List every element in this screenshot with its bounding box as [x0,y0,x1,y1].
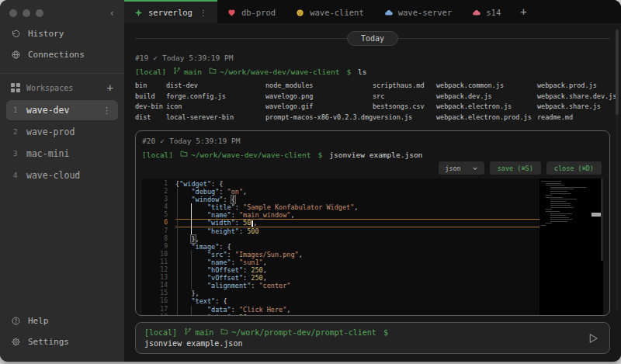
editor-scrollbar[interactable] [601,179,603,261]
code-line: "alignment": "center" [175,282,539,289]
file-name: wavelogo.png [265,92,373,102]
token: "main_window" [239,211,291,219]
command-input-box[interactable]: [local]main~/work/prompt-dev/prompt-clie… [135,322,610,354]
close-window-button[interactable] [9,9,17,17]
git-branch-icon [173,67,181,76]
token [175,188,191,196]
sidebar-item-history[interactable]: History [0,23,124,44]
history-scrollbar-handle[interactable] [616,29,619,115]
mode-select[interactable]: json [439,161,484,175]
file-name: webpack.share.dev.js [537,92,616,102]
tab-serverlog[interactable]: serverlog⋮ [124,0,217,23]
check-icon: ✓ [153,54,158,62]
tab-s14[interactable]: s14 [462,0,511,23]
command-input[interactable]: jsonview example.json [144,339,601,348]
tab-wave-server[interactable]: wave-server [374,0,463,23]
prompt-line: [local]main~/work/wave-dev/wave-client$l… [135,67,610,76]
token: "name" [207,211,231,219]
cwd-path: ~/work/wave-dev/wave-client [191,151,310,159]
line-number: 7 [142,227,168,235]
command-block-20[interactable]: #20 ✓ Today 5:39:19 PM [local]~/work/wav… [135,130,610,316]
token [175,196,191,203]
token: , [354,203,358,211]
token: : [219,188,227,196]
workspace-item-mac-mini[interactable]: 3mac-mini [6,144,118,164]
prompt-dollar: $ [317,151,322,159]
token: : { [219,243,231,251]
workspaces-label: Workspaces [26,84,73,92]
save-button[interactable]: save (⌘S) [490,161,541,175]
heart-icon [227,9,236,17]
file-name: bin [135,81,166,92]
new-tab-button[interactable]: + [511,0,536,23]
collapse-sidebar-icon[interactable]: ‹ [109,9,115,17]
workspace-item-wave-cloud[interactable]: 4wave-cloud [6,165,118,185]
workspace-number: 2 [13,128,19,136]
window-controls[interactable] [9,9,43,17]
minimize-window-button[interactable] [23,9,30,17]
prompt-cwd: ~/work/wave-dev/wave-client [209,67,339,76]
code-line: "debug": "on", [175,188,539,196]
sidebar-nav: History Connections [0,23,124,65]
token [175,289,191,297]
line-number: 16 [142,297,168,305]
line-number: 4 [142,203,168,211]
token: "widget" [179,180,211,188]
tab-label: db-prod [241,8,276,17]
history-scrollbar[interactable] [616,29,619,310]
minimap-line [550,217,569,218]
tab-wave-client[interactable]: wave-client [286,0,374,23]
code-line: {"widget": { [175,180,539,188]
ls-column: dist-devforge.config.jsiconlocal-serever… [166,81,265,123]
workspace-menu-icon[interactable]: ⋮ [102,106,111,116]
add-workspace-button[interactable]: + [107,81,113,94]
tab-menu-icon[interactable]: ⋮ [199,9,207,17]
minimap-line [546,197,563,198]
indent-guide-active [191,203,192,234]
folder-icon [220,328,228,337]
send-command-icon[interactable] [588,332,599,344]
minimap-line [546,223,552,224]
code-area[interactable]: {"widget": { "debug": "on", "window": { … [175,179,539,315]
sidebar-divider [0,73,124,74]
minimap-line [546,209,552,210]
minimap-line [546,183,561,184]
token: "data" [207,306,231,314]
workspace-item-wave-prod[interactable]: 2wave-prod [6,122,118,142]
file-name: version.js [373,113,436,123]
token: , [253,219,257,227]
sidebar-item-connections[interactable]: Connections [0,44,124,65]
code-line: "window": { [175,196,539,203]
line-number: 12 [142,266,168,274]
token: , [286,306,290,314]
code-line: "hOffset": 250, [175,266,539,274]
json-editor[interactable]: 123456789101112131415161718 {"widget": {… [142,179,603,315]
file-name: dist [135,113,166,123]
token: , [243,188,247,196]
editor-minimap[interactable] [539,179,603,315]
history-icon [11,29,21,39]
folder-icon [209,67,217,76]
tab-db-prod[interactable]: db-prod [217,0,286,23]
tab-bar: serverlog⋮db-prodwave-clientwave-servers… [124,0,621,23]
sidebar-item-settings[interactable]: Settings [0,331,124,352]
minimap-line [550,219,572,220]
token: : [231,258,239,266]
workspace-name: wave-dev [26,105,69,116]
maximize-window-button[interactable] [36,9,43,17]
workspace-item-wave-dev[interactable]: 1wave-dev⋮ [6,100,118,120]
close-button[interactable]: close (⌘D) [546,161,602,175]
file-name: bestsongs.csv [373,102,436,113]
code-line: "size": 36, [175,314,539,315]
workspace-name: mac-mini [26,148,69,159]
sidebar-item-help[interactable]: Help [0,310,124,331]
minimap-line [546,195,552,196]
command-input-area: [local]main~/work/prompt-dev/prompt-clie… [124,317,621,362]
file-name: scripthaus.md [373,81,436,92]
minimap-line [550,213,572,214]
ls-column: scripthaus.mdsrcbestsongs.csvversion.js [373,81,436,123]
token: 250 [251,274,262,282]
token: 50 [243,219,251,227]
minimap-line [550,193,571,194]
token: "image" [191,243,219,251]
